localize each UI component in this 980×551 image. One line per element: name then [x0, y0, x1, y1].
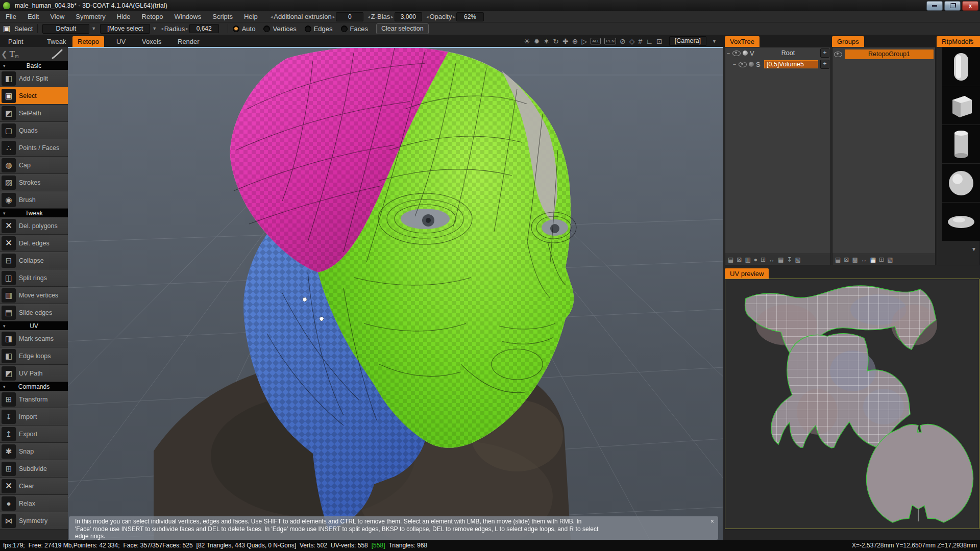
- sidebar-item-edge-loops[interactable]: Edge loops: [0, 347, 68, 365]
- new-group-icon[interactable]: ▤: [835, 256, 841, 263]
- tab-render[interactable]: Render: [173, 36, 205, 47]
- decrement-arrow-icon[interactable]: ◂: [426, 14, 429, 19]
- radio-vertices[interactable]: Vertices: [263, 25, 296, 33]
- table-icon[interactable]: ⊞: [879, 256, 884, 263]
- sidebar-item-quads[interactable]: Quads: [0, 122, 68, 139]
- menu-scripts[interactable]: Scripts: [207, 13, 238, 20]
- primitive-disc[interactable]: [942, 203, 980, 241]
- primitive-sphere[interactable]: [942, 164, 980, 203]
- minimize-button[interactable]: [926, 1, 943, 11]
- tab-voxtree[interactable]: VoxTree: [725, 36, 760, 47]
- sidebar-item-uv-path[interactable]: UV Path: [0, 365, 68, 382]
- sidebar-item-split-rings[interactable]: Split rings: [0, 269, 68, 287]
- voxelize-icon[interactable]: ▦: [778, 256, 783, 263]
- dense-grid-icon[interactable]: ▩: [852, 256, 857, 263]
- increment-arrow-icon[interactable]: ▸: [333, 14, 335, 19]
- additional-extrusion-value[interactable]: 0: [336, 12, 363, 21]
- sidebar-item-select[interactable]: Select: [0, 87, 68, 105]
- menu-hide[interactable]: Hide: [111, 13, 136, 20]
- chevron-down-icon[interactable]: ▼: [712, 39, 717, 44]
- rtpmodels-menu-icon[interactable]: ▼: [969, 38, 973, 43]
- mirror-group-icon[interactable]: ↔: [861, 256, 867, 263]
- collapse-minus-icon[interactable]: −: [732, 61, 737, 67]
- sidebar-item-import[interactable]: Import: [0, 408, 68, 425]
- sidebar-item-slide-edges[interactable]: Slide edges: [0, 304, 68, 321]
- preset-dropdown[interactable]: Default: [42, 24, 89, 34]
- primitive-capsule[interactable]: [942, 47, 980, 86]
- delete-layer-icon[interactable]: ⊠: [737, 256, 742, 263]
- sidebar-item-move-vertices[interactable]: Move vertices: [0, 287, 68, 304]
- tab-rtpmodels[interactable]: RtpModels: [937, 36, 980, 47]
- mirror-layer-icon[interactable]: ↔: [769, 256, 775, 263]
- sphere-layer-icon[interactable]: ●: [754, 256, 757, 263]
- opacity-value[interactable]: 62%: [456, 12, 484, 21]
- fullscreen-icon[interactable]: ⊡: [656, 36, 663, 46]
- tab-paint[interactable]: Paint: [3, 36, 29, 47]
- radio-edges[interactable]: Edges: [305, 25, 333, 33]
- sidebar-item-export[interactable]: Export: [0, 425, 68, 443]
- group-name[interactable]: RetopoGroup1: [845, 49, 934, 59]
- snap-grid-icon[interactable]: ▦: [870, 256, 876, 263]
- duplicate-layer-icon[interactable]: ▥: [745, 256, 750, 263]
- sidebar-item-symmetry[interactable]: Symmetry: [0, 512, 68, 530]
- light-icon[interactable]: ✹: [534, 36, 540, 46]
- primitive-cube[interactable]: [942, 86, 980, 125]
- group-row-retopogroup1[interactable]: RetopoGroup1: [832, 47, 935, 61]
- frame-pen-icon[interactable]: PEN: [604, 38, 616, 44]
- sidebar-item-brush[interactable]: Brush: [0, 191, 68, 209]
- viewport-canvas[interactable]: [68, 47, 723, 540]
- sidebar-item-del-edges[interactable]: Del. edges: [0, 235, 68, 252]
- rotate-view-icon[interactable]: ↻: [553, 36, 559, 46]
- delete-group-icon[interactable]: ⊠: [844, 256, 849, 263]
- menu-windows[interactable]: Windows: [168, 13, 207, 20]
- zoom-view-icon[interactable]: ⊕: [572, 36, 578, 46]
- visibility-eye-icon[interactable]: [739, 62, 747, 67]
- close-button[interactable]: x: [962, 1, 978, 11]
- tab-voxels[interactable]: Voxels: [137, 36, 166, 47]
- menu-file[interactable]: File: [0, 13, 22, 20]
- section-header-uv[interactable]: ▾UV: [0, 321, 68, 330]
- brush-stroke-preview[interactable]: [51, 49, 64, 59]
- pan-view-icon[interactable]: ✚: [562, 36, 569, 46]
- menu-retopo[interactable]: Retopo: [136, 13, 169, 20]
- clear-layer-icon[interactable]: ▧: [795, 256, 800, 263]
- tab-uv[interactable]: UV: [111, 36, 131, 47]
- sidebar-item-collapse[interactable]: Collapse: [0, 252, 68, 269]
- more-primitives-icon[interactable]: ▼: [971, 246, 976, 252]
- clear-group-icon[interactable]: ▧: [887, 256, 893, 263]
- tab-groups[interactable]: Groups: [832, 36, 864, 47]
- primitive-cylinder[interactable]: [942, 125, 980, 164]
- section-header-tweak[interactable]: ▾Tweak: [0, 209, 68, 217]
- title-bar[interactable]: male_human_004.3b* - 3D-COAT 4.1.04A(GL6…: [0, 0, 980, 11]
- section-header-basic[interactable]: ▾Basic: [0, 61, 68, 70]
- volume-ball-icon[interactable]: [743, 51, 748, 56]
- chevron-down-icon[interactable]: ▼: [91, 26, 96, 31]
- sidebar-item-cap[interactable]: Cap: [0, 157, 68, 174]
- increment-arrow-icon[interactable]: ▸: [453, 14, 455, 19]
- ambient-light-icon[interactable]: ☀: [524, 36, 530, 46]
- decrement-arrow-icon[interactable]: ◂: [368, 14, 370, 19]
- voxtree-root-name[interactable]: Root: [758, 49, 818, 57]
- merge-layer-icon[interactable]: ⊞: [761, 256, 766, 263]
- collapse-chevron-icon[interactable]: ❮: [1, 49, 8, 59]
- visibility-eye-icon[interactable]: [834, 52, 842, 57]
- uv-preview-panel[interactable]: [725, 279, 979, 529]
- radius-increment-icon[interactable]: ▸: [186, 26, 188, 31]
- tab-uv-preview[interactable]: UV preview: [725, 268, 769, 279]
- sidebar-item-mark-seams[interactable]: Mark seams: [0, 330, 68, 347]
- menu-edit[interactable]: Edit: [22, 13, 44, 20]
- clear-selection-button[interactable]: Clear selection: [376, 23, 429, 34]
- section-header-commands[interactable]: ▾Commands: [0, 382, 68, 391]
- disable-snap-icon[interactable]: ⊘: [620, 36, 626, 46]
- sidebar-item-selpath[interactable]: SelPath: [0, 105, 68, 122]
- sidebar-item-relax[interactable]: Relax: [0, 495, 68, 512]
- camera-dropdown[interactable]: [Camera]: [669, 36, 706, 46]
- visibility-eye-icon[interactable]: [732, 51, 741, 56]
- decrement-arrow-icon[interactable]: ◂: [271, 14, 273, 19]
- new-layer-icon[interactable]: ▤: [728, 256, 733, 263]
- voxtree-volume5-name[interactable]: [0,5]Volume5: [764, 60, 818, 68]
- sidebar-item-subdivide[interactable]: Subdivide: [0, 460, 68, 478]
- camera-cone-icon[interactable]: ▷: [581, 36, 587, 46]
- sidebar-item-del-polygons[interactable]: Del. polygons: [0, 217, 68, 235]
- sidebar-item-snap[interactable]: Snap: [0, 443, 68, 460]
